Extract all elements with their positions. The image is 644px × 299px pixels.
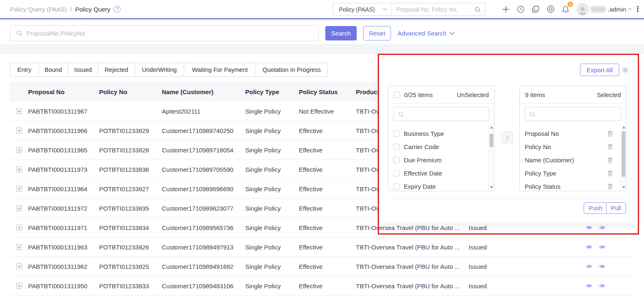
cell-proposal-no: PABTBTI0001311971: [28, 224, 99, 231]
app-header: Policy Query (PAAS) / Policy Query ? Pol…: [0, 0, 644, 19]
selected-scrollbar[interactable]: [620, 125, 626, 190]
unselected-scrollbar[interactable]: [488, 125, 494, 190]
policy-query-page: Policy Query (PAAS) / Policy Query ? Pol…: [0, 0, 644, 299]
unselected-item[interactable]: Carrier Code: [388, 140, 488, 153]
selected-item[interactable]: Policy No: [520, 140, 620, 153]
item-checkbox[interactable]: [393, 131, 400, 137]
windows-button[interactable]: [528, 0, 543, 18]
scrollbar-thumb[interactable]: [622, 131, 625, 177]
selected-item[interactable]: Policy Status: [520, 180, 620, 190]
cell-policy-type: Single Policy: [245, 147, 299, 154]
trash-icon[interactable]: [607, 131, 613, 137]
cell-expand: [10, 186, 28, 192]
add-button[interactable]: [499, 0, 514, 18]
view-icon[interactable]: [586, 282, 592, 289]
view-icon[interactable]: [586, 263, 592, 270]
global-search-input[interactable]: [392, 6, 474, 13]
item-label: Effective Date: [404, 170, 442, 177]
search-button[interactable]: Search: [325, 26, 357, 40]
selected-title: Selected: [597, 91, 621, 98]
unselected-item[interactable]: Expiry Date: [388, 180, 488, 190]
history-button[interactable]: [514, 0, 528, 18]
expand-row-icon[interactable]: [16, 283, 22, 289]
gear-icon[interactable]: [622, 66, 629, 74]
view-icon[interactable]: [586, 224, 592, 231]
target-button[interactable]: [543, 0, 558, 18]
trash-icon[interactable]: [607, 183, 613, 190]
reset-button[interactable]: Reset: [363, 26, 391, 40]
selected-item[interactable]: Proposal No: [520, 127, 620, 140]
item-checkbox[interactable]: [393, 170, 400, 176]
search-scope-select[interactable]: Policy (PAAS): [333, 3, 392, 15]
select-all-checkbox[interactable]: [394, 92, 400, 98]
expand-row-icon[interactable]: [16, 108, 22, 114]
expand-row-icon[interactable]: [16, 225, 22, 230]
tab[interactable]: Bound: [38, 63, 68, 77]
trash-icon[interactable]: [607, 170, 613, 176]
expand-row-icon[interactable]: [16, 128, 22, 133]
item-checkbox[interactable]: [393, 183, 400, 190]
search-icon[interactable]: [474, 6, 481, 13]
tab[interactable]: Entry: [10, 63, 39, 77]
cell-name-customer: Customer1710989623077: [162, 205, 245, 212]
preview-icon[interactable]: [599, 224, 606, 231]
tab[interactable]: Quotation In Progress: [256, 63, 328, 77]
cell-name-customer: Customer1710989565736: [162, 224, 245, 231]
more-menu-icon[interactable]: ⋮: [632, 5, 644, 14]
expand-row-icon[interactable]: [16, 205, 22, 211]
tab[interactable]: UnderWriting: [135, 63, 184, 77]
cell-policy-type: Single Policy: [245, 282, 299, 290]
preview-icon[interactable]: [599, 244, 606, 250]
popup-divider: [388, 199, 627, 199]
expand-row-icon[interactable]: [16, 263, 22, 269]
preview-icon[interactable]: [599, 282, 606, 289]
column-settings-popup: Export All 0/25 items UnSelected Busines…: [379, 55, 638, 223]
username-label[interactable]: .admin: [608, 6, 626, 13]
cell-policy-status: Effective: [299, 147, 356, 154]
unselected-item[interactable]: Due Premium: [388, 153, 488, 166]
notifications-button[interactable]: 8: [558, 0, 573, 18]
policy-search-input[interactable]: [26, 30, 318, 37]
trash-icon[interactable]: [607, 144, 613, 150]
avatar[interactable]: [576, 3, 589, 15]
cell-policy-no: POTBTI01233833: [99, 282, 162, 290]
cell-proposal-no: PABTBTI0001311973: [28, 166, 99, 173]
search-icon: [398, 111, 404, 117]
unselected-panel-header: 0/25 items UnSelected: [388, 86, 494, 104]
tab[interactable]: Rejected: [98, 63, 135, 77]
table-row: PABTBTI0001311962 POTBTI01233825 Custome…: [10, 257, 634, 276]
cell-policy-type: Single Policy: [245, 166, 299, 173]
unselected-filter-input[interactable]: [407, 111, 489, 117]
selected-item[interactable]: Policy Type: [520, 166, 620, 180]
help-icon[interactable]: ?: [114, 6, 121, 13]
unselected-item[interactable]: Business Type: [388, 127, 488, 140]
preview-icon[interactable]: [599, 263, 606, 270]
scroll-up-icon[interactable]: [622, 126, 625, 128]
advanced-search-link[interactable]: Advanced Search: [398, 26, 455, 40]
selected-item[interactable]: Name (Customer): [520, 153, 620, 166]
selected-filter-input[interactable]: [538, 111, 621, 117]
export-all-button[interactable]: Export All: [580, 64, 619, 76]
scroll-down-icon[interactable]: [490, 186, 493, 188]
unselected-item[interactable]: Effective Date: [388, 166, 488, 180]
chevron-down-icon[interactable]: [628, 8, 632, 10]
item-checkbox[interactable]: [393, 144, 400, 150]
item-checkbox[interactable]: [393, 157, 400, 163]
trash-icon[interactable]: [607, 157, 613, 163]
scroll-up-icon[interactable]: [490, 126, 493, 128]
move-right-button[interactable]: [501, 131, 513, 143]
expand-row-icon[interactable]: [16, 244, 22, 250]
breadcrumb-parent[interactable]: Policy Query (PAAS): [10, 6, 67, 13]
scroll-down-icon[interactable]: [622, 186, 625, 188]
tab[interactable]: Issued: [68, 63, 98, 77]
tab[interactable]: Waiting For Payment: [184, 63, 256, 77]
notification-badge: 8: [567, 1, 574, 8]
expand-row-icon[interactable]: [16, 186, 22, 192]
view-icon[interactable]: [586, 244, 592, 250]
selected-list: Proposal No Policy No Name (Cust: [520, 125, 620, 190]
scrollbar-thumb[interactable]: [490, 134, 493, 147]
expand-row-icon[interactable]: [16, 147, 22, 153]
pull-button[interactable]: Pull: [606, 202, 626, 214]
push-button[interactable]: Push: [584, 202, 607, 214]
expand-row-icon[interactable]: [16, 166, 22, 172]
